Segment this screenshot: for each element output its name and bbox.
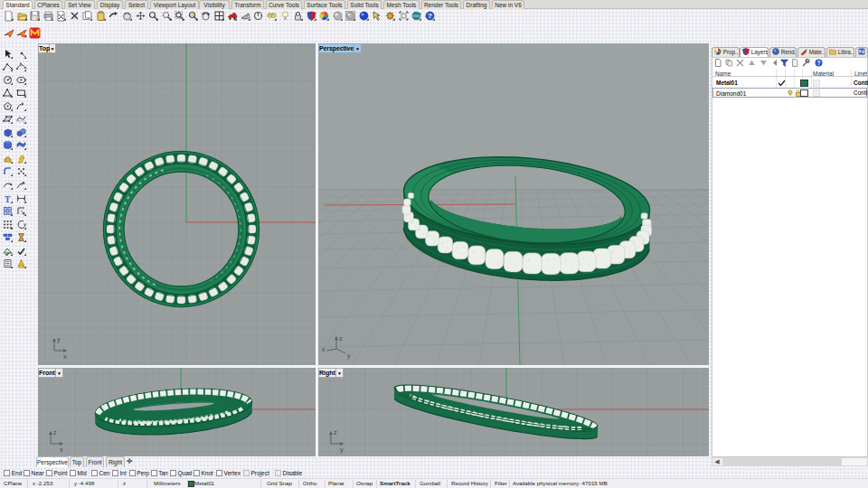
svg-text:z: z xyxy=(334,429,337,436)
svg-text:x: x xyxy=(63,353,67,360)
svg-text:?: ? xyxy=(428,12,432,20)
svg-text:x: x xyxy=(322,346,326,352)
svg-text:x: x xyxy=(60,446,63,453)
svg-text:y: y xyxy=(57,336,61,343)
svg-text:T: T xyxy=(5,193,11,203)
svg-text:?: ? xyxy=(817,60,821,66)
svg-text:z: z xyxy=(339,335,343,342)
svg-text:y: y xyxy=(340,446,344,454)
svg-text:y: y xyxy=(347,352,351,360)
svg-text:z: z xyxy=(53,429,57,436)
